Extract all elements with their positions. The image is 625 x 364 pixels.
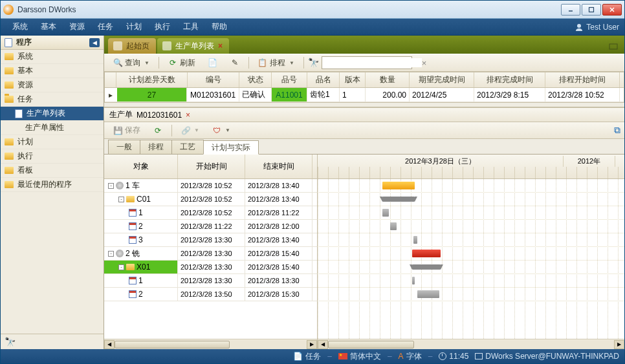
search-input[interactable] [325, 58, 422, 67]
operation-row[interactable]: 12012/3/28 13:302012/3/28 13:30 [104, 274, 317, 288]
font-icon: A [399, 352, 404, 361]
col-object[interactable]: 对象 [104, 155, 178, 178]
query-button[interactable]: 🔍查询▼ [108, 56, 155, 70]
content-area: 起始页 生产单列表 × 🔍查询▼ ⟳刷新 📄 ✎ 📋排程▼ � [104, 36, 624, 349]
gantt-bar[interactable] [417, 290, 439, 298]
sidebar-item[interactable]: 任务 [1, 92, 104, 107]
subtab-general[interactable]: 一般 [108, 140, 140, 154]
tab-overflow-icon[interactable] [609, 42, 620, 51]
gantt-chart[interactable]: 2012年3月28日（三） 2012年 ◀ ▶ [318, 155, 624, 349]
gantt-bar[interactable] [412, 250, 441, 257]
operation-row[interactable]: 22012/3/28 13:502012/3/28 15:30 [104, 288, 317, 301]
binoculars-icon[interactable]: 🔭 [5, 337, 16, 347]
sidebar-collapse-button[interactable]: ◀ [89, 38, 100, 47]
menu-task[interactable]: 任务 [91, 21, 120, 32]
sidebar-item[interactable]: 看板 [1, 164, 104, 178]
menu-help[interactable]: 帮助 [205, 21, 234, 32]
operation-row[interactable]: 12012/3/28 10:522012/3/28 11:22 [104, 206, 317, 220]
grid-column-header[interactable]: 期望完成时间 [410, 72, 474, 87]
schedule-button[interactable]: 📋排程▼ [253, 56, 300, 70]
operation-row[interactable]: 32012/3/28 13:302012/3/28 13:40 [104, 233, 317, 247]
refresh-button[interactable]: ⟳刷新 [163, 56, 201, 70]
menu-tools[interactable]: 工具 [177, 21, 205, 32]
tab-close-icon[interactable]: × [218, 41, 223, 50]
app-icon [3, 5, 14, 15]
gantt-bar[interactable] [390, 222, 397, 230]
find-icon: 🔭 [308, 58, 319, 68]
search-box[interactable]: × [322, 56, 412, 69]
subtab-process[interactable]: 工艺 [171, 140, 204, 154]
new-button[interactable]: 📄 [203, 56, 223, 70]
tree-toggle[interactable]: - [118, 197, 124, 202]
sidebar-item[interactable]: 基本 [1, 64, 104, 78]
sidebar-item[interactable]: 生产单列表 [1, 107, 104, 121]
grid-column-header[interactable]: 编号 [188, 72, 239, 87]
grid-column-header[interactable]: 排程完成时间 [474, 72, 545, 87]
sidebar-item[interactable]: 执行 [1, 149, 104, 164]
detail-refresh-button[interactable]: ⟳ [148, 123, 168, 138]
grid-column-header[interactable]: 品名 [307, 72, 340, 87]
grid-column-header[interactable]: 版本 [340, 72, 366, 87]
scroll-left-icon[interactable]: ◀ [104, 340, 115, 349]
detail-close-icon[interactable]: × [186, 111, 190, 120]
sidebar-item[interactable]: 最近使用的程序 [1, 178, 104, 192]
menu-plan[interactable]: 计划 [120, 21, 148, 32]
gantt-bar[interactable] [382, 182, 415, 189]
menu-basic[interactable]: 基本 [34, 21, 63, 32]
tab-production-order-list[interactable]: 生产单列表 × [157, 38, 229, 54]
sidebar-item[interactable]: 资源 [1, 78, 104, 92]
menu-system[interactable]: 系统 [6, 21, 34, 32]
operation-row[interactable]: -X012012/3/28 13:302012/3/28 15:40 [104, 261, 317, 274]
status-task[interactable]: 📄任务 [293, 351, 321, 362]
grid-column-header[interactable]: 品号 [272, 72, 307, 87]
grid-column-header[interactable]: 状态 [239, 72, 272, 87]
gantt-bar[interactable] [413, 236, 417, 244]
operation-row[interactable]: -2 铣2012/3/28 13:302012/3/28 15:40 [104, 247, 317, 261]
gantt-row [318, 179, 624, 193]
save-button[interactable]: 💾保存 [108, 123, 146, 138]
sidebar-item[interactable]: 系统 [1, 50, 104, 64]
clear-search-icon[interactable]: × [422, 58, 427, 68]
col-end[interactable]: 结束时间 [245, 155, 312, 178]
grid-column-header[interactable]: 排程开始时间 [545, 72, 620, 87]
link-button[interactable]: 🔗▼ [176, 123, 204, 138]
sidebar-item[interactable]: 计划 [1, 135, 104, 149]
operation-row[interactable]: 22012/3/28 11:222012/3/28 12:00 [104, 220, 317, 233]
gantt-bar[interactable] [412, 277, 415, 284]
grid-row[interactable]: ▸ 27 M012031601 已确认 A11001 齿轮1 1 200.00 … [105, 88, 624, 102]
gantt-bar[interactable] [412, 264, 441, 270]
menu-execute[interactable]: 执行 [148, 21, 177, 32]
cell-end: 2012/3/28 13:40 [245, 179, 312, 192]
grid-column-header[interactable]: 数量 [366, 72, 410, 87]
status-font[interactable]: A字体 [399, 351, 422, 362]
subtab-plan-actual[interactable]: 计划与实际 [203, 140, 259, 155]
edit-button[interactable]: ✎ [225, 56, 245, 70]
popout-icon[interactable]: ⧉ [614, 125, 620, 136]
operation-row[interactable]: -1 车2012/3/28 10:522012/3/28 13:40 [104, 179, 317, 193]
scroll-right-icon[interactable]: ▶ [614, 340, 624, 349]
gantt-bar[interactable] [382, 209, 389, 217]
menu-resource[interactable]: 资源 [63, 21, 91, 32]
clock-icon [439, 352, 446, 360]
hscrollbar[interactable]: ◀ ▶ [104, 339, 317, 349]
tree-toggle[interactable]: - [108, 251, 114, 257]
shield-button[interactable]: 🛡▼ [207, 123, 236, 138]
current-user[interactable]: Test User [575, 23, 619, 32]
status-language[interactable]: 简体中文 [338, 351, 381, 362]
sidebar-item[interactable]: 生产单属性 [1, 121, 104, 135]
close-button[interactable] [602, 4, 622, 16]
status-time: 11:45 [439, 352, 468, 361]
tree-toggle[interactable]: - [118, 264, 124, 270]
scroll-left-icon[interactable]: ◀ [318, 340, 328, 349]
subtab-schedule[interactable]: 排程 [140, 140, 172, 154]
gantt-bar[interactable] [382, 197, 415, 202]
scroll-right-icon[interactable]: ▶ [307, 340, 317, 349]
operation-row[interactable]: -C012012/3/28 10:522012/3/28 13:40 [104, 193, 317, 206]
maximize-button[interactable] [582, 4, 601, 16]
col-start[interactable]: 开始时间 [178, 155, 245, 178]
gantt-hscrollbar[interactable]: ◀ ▶ [318, 339, 624, 349]
minimize-button[interactable] [561, 4, 580, 16]
tree-toggle[interactable]: - [108, 183, 114, 189]
tab-start-page[interactable]: 起始页 [108, 38, 156, 54]
grid-column-header[interactable]: 计划差异天数 [116, 72, 188, 87]
